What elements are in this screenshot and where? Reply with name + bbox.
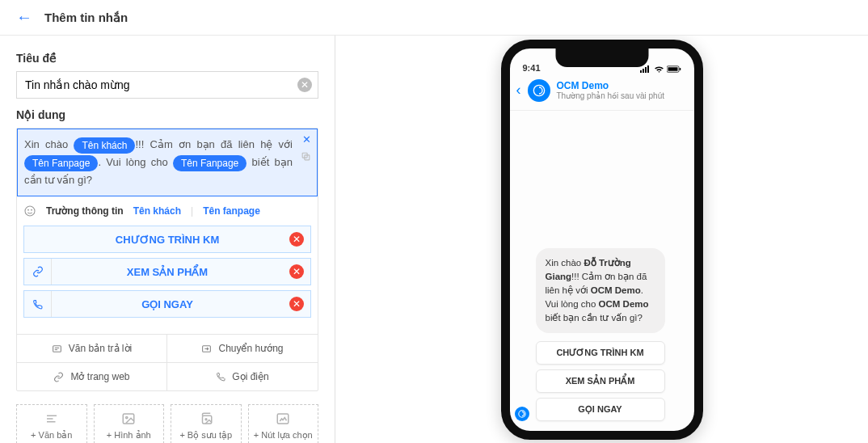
page-header: ← Thêm tin nhắn xyxy=(0,0,868,36)
tool-open-web[interactable]: Mở trang web xyxy=(17,363,167,390)
page-title: Thêm tin nhắn xyxy=(44,11,128,25)
token-fanpage-name[interactable]: Tên Fanpage xyxy=(24,155,98,171)
insert-fanpage-name[interactable]: Tên fanpage xyxy=(203,205,260,217)
sender-avatar-small xyxy=(515,407,529,421)
svg-point-2 xyxy=(25,206,35,216)
text-lines-icon xyxy=(44,411,60,426)
action-row-call-now[interactable]: GỌI NGAY ✕ xyxy=(23,290,311,318)
editor-text-segment: !!! Cảm ơn bạn đã liên hệ với xyxy=(135,138,293,150)
svg-rect-16 xyxy=(278,414,289,424)
token-fanpage-name-2[interactable]: Tên Fanpage xyxy=(173,155,246,171)
chat-back-icon[interactable]: ‹ xyxy=(516,82,521,99)
action-delete-icon[interactable]: ✕ xyxy=(283,264,310,279)
quick-reply-promo[interactable]: CHƯƠNG TRÌNH KM xyxy=(536,341,665,365)
editor-panel: Tiêu đề ✕ Nội dung Xin chào Tên khách!!!… xyxy=(0,36,335,443)
content-editor-card: Xin chào Tên khách!!! Cảm ơn bạn đã liên… xyxy=(16,128,318,391)
token-customer-name[interactable]: Tên khách xyxy=(74,137,135,154)
action-delete-icon[interactable]: ✕ xyxy=(283,232,310,247)
emoji-icon[interactable] xyxy=(23,205,36,217)
svg-point-3 xyxy=(28,209,29,210)
tool-call[interactable]: Gọi điện xyxy=(167,363,318,390)
add-text-tile[interactable]: + Văn bản xyxy=(16,404,87,443)
tool-redirect[interactable]: Chuyển hướng xyxy=(167,335,318,363)
add-collection-tile[interactable]: + Bộ sưu tập xyxy=(171,404,242,443)
action-label: GỌI NGAY xyxy=(52,298,283,310)
add-options-tile[interactable]: + Nút lựa chọn xyxy=(248,404,319,443)
editor-copy-icon[interactable] xyxy=(301,151,311,162)
svg-rect-22 xyxy=(668,67,677,71)
reply-icon xyxy=(52,344,62,354)
link-icon xyxy=(24,259,52,285)
phone-icon xyxy=(216,372,225,382)
status-icons xyxy=(640,65,681,73)
preview-panel: 9:41 ‹ OCM Demo xyxy=(335,36,868,443)
action-row-view-product[interactable]: XEM SẢN PHẨM ✕ xyxy=(23,258,311,285)
title-field-label: Tiêu đề xyxy=(16,52,318,65)
back-arrow-icon[interactable]: ← xyxy=(16,8,32,27)
status-time: 9:41 xyxy=(523,63,541,73)
gallery-icon xyxy=(198,411,214,426)
action-delete-icon[interactable]: ✕ xyxy=(283,297,310,311)
content-field-label: Nội dung xyxy=(16,108,318,121)
svg-rect-23 xyxy=(679,68,680,70)
action-no-icon xyxy=(24,226,52,252)
quick-reply-call-now[interactable]: GỌI NGAY xyxy=(536,398,665,421)
page-avatar xyxy=(528,79,550,102)
message-bubble: Xin chào Đỗ Trường Giang!!! Cảm ơn bạn đ… xyxy=(536,248,665,333)
redirect-icon xyxy=(201,344,212,354)
quick-reply-view-product[interactable]: XEM SẢN PHẨM xyxy=(536,369,665,393)
svg-point-13 xyxy=(126,416,128,418)
chat-header: ‹ OCM Demo Thường phản hồi sau vài phút xyxy=(510,74,694,111)
action-label: CHƯƠNG TRÌNH KM xyxy=(52,234,283,246)
title-input[interactable] xyxy=(16,71,318,99)
svg-rect-5 xyxy=(53,345,61,352)
image-icon xyxy=(120,411,137,426)
options-icon xyxy=(275,411,291,426)
clear-title-icon[interactable]: ✕ xyxy=(297,78,312,92)
editor-text-segment: . Vui lòng cho xyxy=(98,156,167,168)
svg-rect-19 xyxy=(645,67,647,73)
insert-field-label: Trường thông tin xyxy=(46,205,124,217)
editor-text-segment: Xin chào xyxy=(24,138,68,150)
content-editor[interactable]: Xin chào Tên khách!!! Cảm ơn bạn đã liên… xyxy=(17,129,318,196)
tool-reply-text[interactable]: Văn bản trả lời xyxy=(17,335,167,363)
chat-response-subtitle: Thường phản hồi sau vài phút xyxy=(557,91,665,100)
svg-point-15 xyxy=(205,419,207,420)
editor-close-icon[interactable]: ✕ xyxy=(302,133,311,146)
phone-icon xyxy=(24,291,52,317)
insert-customer-name[interactable]: Tên khách xyxy=(133,205,181,217)
action-label: XEM SẢN PHẨM xyxy=(52,266,283,278)
phone-mockup: 9:41 ‹ OCM Demo xyxy=(501,40,703,440)
chat-body: Xin chào Đỗ Trường Giang!!! Cảm ơn bạn đ… xyxy=(510,111,694,431)
phone-notch xyxy=(555,48,648,67)
svg-rect-20 xyxy=(647,65,649,73)
svg-rect-17 xyxy=(640,70,642,73)
insert-token-row: Trường thông tin Tên khách | Tên fanpage xyxy=(17,196,318,226)
add-image-tile[interactable]: + Hình ảnh xyxy=(94,404,165,443)
link-icon xyxy=(53,372,64,382)
action-row-promo[interactable]: CHƯƠNG TRÌNH KM ✕ xyxy=(23,226,311,253)
svg-rect-18 xyxy=(643,69,644,73)
chat-page-name: OCM Demo xyxy=(557,80,665,91)
svg-point-4 xyxy=(32,209,32,210)
